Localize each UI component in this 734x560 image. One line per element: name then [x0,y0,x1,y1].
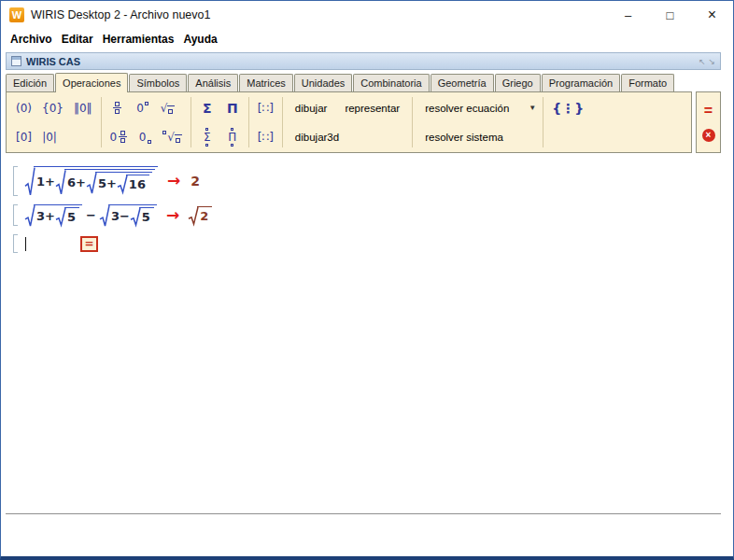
parentheses-button[interactable]: (0) [14,96,34,120]
subscript-icon [148,140,151,144]
panel-resize-icon[interactable]: ↘ [708,57,715,66]
root-index-icon [162,131,166,134]
math-line-active[interactable]: = [13,234,721,253]
chevron-down-icon[interactable]: ▼ [529,104,536,112]
radical: 3− 5 [100,204,157,227]
piecewise-group: {⋮} [544,93,591,151]
wiris-cas-panel: WIRIS CAS ↖ ↘ Edición Operaciones Símbol… [6,52,721,556]
matrix-group: [∷] [∷] [250,93,281,151]
menu-ayuda[interactable]: Ayuda [178,31,221,48]
sum-button[interactable]: Σ [198,96,217,120]
worksheet[interactable]: 1+ 6+ 5+ [6,153,721,513]
window-title: WIRIS Desktop 2 - Archivo nuevo1 [31,8,210,21]
radical-sign-icon [25,166,35,196]
title-bar: W WIRIS Desktop 2 - Archivo nuevo1 – □ × [1,1,733,29]
result-arrow-icon: → [167,173,180,189]
norm-button[interactable]: ‖0‖ [72,96,94,120]
tab-bar: Edición Operaciones Símbolos Análisis Ma… [6,70,721,91]
wiris-logo-icon: W [9,7,24,22]
bigop-group: Σ Π Σ Π [192,93,247,151]
panel-header: WIRIS CAS ↖ ↘ [6,52,721,70]
toolbar-separator [191,97,191,147]
toolbar-separator [248,97,249,147]
table-matrix-button[interactable]: [∷] [256,125,275,149]
execute-box: = × [696,91,721,153]
power-icon [145,102,148,105]
subscript-button[interactable]: 0 [135,125,154,149]
line-bracket-icon [13,234,18,253]
minimize-button[interactable]: – [607,1,649,29]
product-with-limits-button[interactable]: Π [223,125,242,149]
sum-limits-icon: Σ [204,128,211,147]
toolbar-separator [543,97,543,147]
sqrt-button[interactable]: √ [159,96,177,120]
math-line[interactable]: 3+ 5 − 3− 5 [13,204,721,227]
toolbar-separator [412,97,413,147]
tab-combinatoria[interactable]: Combinatoria [353,74,429,91]
panel-icon [11,56,21,66]
line-bracket-icon [13,166,18,196]
bottom-pane [6,513,721,556]
line-bracket-icon [13,204,18,227]
menu-archivo[interactable]: Archivo [6,31,57,48]
fraction-button[interactable] [108,96,127,120]
square-brackets-button[interactable]: [0] [14,125,34,149]
tab-matrices[interactable]: Matrices [239,74,293,91]
maximize-button[interactable]: □ [649,1,691,29]
math-line[interactable]: 1+ 6+ 5+ [13,166,721,196]
dibujar3d-button[interactable]: dibujar3d [289,130,345,145]
calculate-button[interactable]: = [699,103,718,119]
matrix-button[interactable]: [∷] [256,96,275,120]
tab-formato[interactable]: Formato [621,74,674,91]
absolute-value-button[interactable]: |0| [40,125,59,149]
text-cursor [25,237,26,251]
tab-unidades[interactable]: Unidades [294,74,352,91]
abort-button[interactable]: × [702,129,715,142]
tab-griego[interactable]: Griego [495,74,541,91]
fraction-icon [113,102,121,114]
piecewise-button[interactable]: {⋮} [550,96,586,120]
plot-group: dibujar representar dibujar3d [284,93,411,151]
evaluate-placeholder-button[interactable]: = [80,236,98,252]
tab-geometria[interactable]: Geometría [431,74,494,91]
dibujar-button[interactable]: dibujar [289,101,333,116]
app-window: W WIRIS Desktop 2 - Archivo nuevo1 – □ ×… [0,0,734,560]
toolbar: (0) {0} ‖0‖ [0] |0| [6,91,692,153]
power-button[interactable]: 0 [134,96,152,120]
tab-operaciones[interactable]: Operaciones [55,73,128,92]
toolbar-separator [101,97,102,147]
radical: 1+ 6+ 5+ [25,166,158,196]
minus-operator: − [86,208,96,222]
menu-herramientas[interactable]: Herramientas [98,31,179,48]
tab-edicion[interactable]: Edición [6,74,54,91]
close-button[interactable]: × [691,1,733,29]
nth-root-button[interactable]: √ [161,125,184,149]
panel-resize-controls: ↖ ↘ [699,57,715,66]
resolver-ecuacion-button[interactable]: resolver ecuación [419,101,515,116]
resolver-sistema-button[interactable]: resolver sistema [419,130,509,145]
tab-programacion[interactable]: Programación [542,74,620,91]
representar-button[interactable]: representar [339,101,405,116]
tab-analisis[interactable]: Análisis [188,74,238,91]
radical: 3+ 5 [25,204,82,227]
product-limits-icon: Π [228,128,236,147]
bracket-group: (0) {0} ‖0‖ [0] |0| [8,93,100,151]
mixed-number-button[interactable]: 0 [108,125,130,149]
window-controls: – □ × [607,1,733,29]
structure-group: 0 √ 0 [103,93,190,151]
sum-with-limits-button[interactable]: Σ [198,125,217,149]
result-value: 2 [190,172,201,189]
menu-editar[interactable]: Editar [57,31,98,48]
braces-button[interactable]: {0} [40,96,65,120]
panel-title: WIRIS CAS [26,56,80,67]
toolbar-separator [282,97,283,147]
panel-resize-icon[interactable]: ↖ [699,57,706,66]
result-arrow-icon: → [166,207,179,223]
tab-simbolos[interactable]: Símbolos [129,74,187,91]
result-value: 2 [189,206,212,225]
nth-root-icon: √ [167,132,182,143]
menu-bar: Archivo Editar Herramientas Ayuda [1,29,733,49]
toolbar-row: (0) {0} ‖0‖ [0] |0| [6,91,721,153]
solve-group: resolver ecuación ▼ resolver sistema [414,93,542,151]
product-button[interactable]: Π [223,96,242,120]
